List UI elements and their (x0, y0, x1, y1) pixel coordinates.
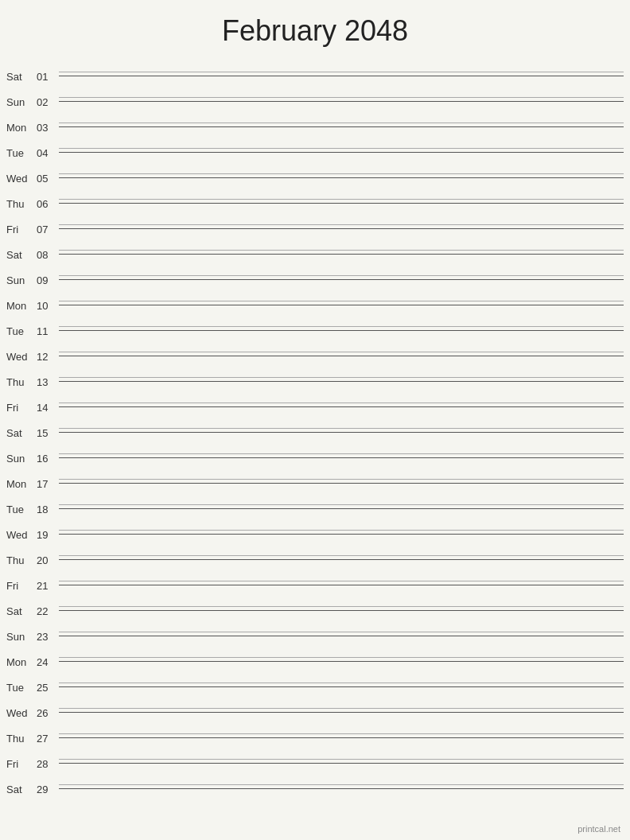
day-line-bottom (59, 330, 624, 331)
page-title: February 2048 (0, 0, 630, 57)
day-row: Fri14 (0, 388, 630, 414)
day-number: 23 (37, 631, 59, 643)
day-line-bottom (59, 585, 624, 585)
day-name: Sun (6, 274, 37, 286)
day-line-top (59, 148, 624, 149)
day-name: Tue (6, 504, 37, 515)
day-number: 10 (37, 300, 59, 312)
day-row: Tue04 (0, 134, 630, 159)
day-line-top (59, 173, 624, 174)
day-line-top (59, 428, 624, 429)
day-line-area (59, 173, 624, 185)
day-line-top (59, 453, 624, 454)
day-row: Fri07 (0, 210, 630, 235)
day-line-area (59, 377, 624, 388)
day-line-top (59, 504, 624, 505)
day-line-bottom (59, 279, 624, 280)
day-line-top (59, 402, 624, 403)
day-line-bottom (59, 559, 624, 560)
day-line-area (59, 657, 624, 668)
day-number: 15 (37, 427, 59, 439)
day-line-area (59, 453, 624, 465)
day-number: 26 (37, 707, 59, 719)
day-name: Wed (6, 351, 37, 363)
day-line-bottom (59, 406, 624, 407)
day-name: Wed (6, 707, 37, 719)
day-number: 17 (37, 478, 59, 490)
day-number: 29 (37, 784, 59, 795)
day-line-area (59, 402, 624, 414)
day-line-area (59, 581, 624, 592)
day-number: 25 (37, 682, 59, 694)
day-line-top (59, 224, 624, 225)
day-line-bottom (59, 126, 624, 127)
day-name: Tue (6, 325, 37, 337)
day-line-bottom (59, 228, 624, 229)
day-row: Sat29 (0, 770, 630, 795)
day-line-top (59, 682, 624, 683)
day-row: Sun09 (0, 261, 630, 286)
day-line-area (59, 784, 624, 795)
day-line-bottom (59, 483, 624, 484)
day-line-area (59, 606, 624, 617)
day-row: Wed19 (0, 515, 630, 541)
day-name: Sun (6, 631, 37, 643)
day-line-bottom (59, 457, 624, 458)
day-line-top (59, 275, 624, 276)
day-number: 01 (37, 71, 59, 83)
day-number: 16 (37, 453, 59, 465)
day-line-area (59, 530, 624, 541)
day-number: 18 (37, 504, 59, 515)
day-row: Sat15 (0, 414, 630, 439)
day-line-top (59, 708, 624, 709)
day-line-bottom (59, 381, 624, 382)
day-row: Wed26 (0, 694, 630, 719)
day-number: 12 (37, 351, 59, 363)
day-line-area (59, 199, 624, 210)
day-name: Thu (6, 376, 37, 388)
day-name: Sat (6, 427, 37, 439)
day-line-top (59, 97, 624, 98)
day-line-bottom (59, 737, 624, 738)
day-line-area (59, 733, 624, 745)
day-number: 22 (37, 605, 59, 617)
day-row: Fri21 (0, 566, 630, 592)
day-row: Wed05 (0, 159, 630, 185)
day-name: Fri (6, 580, 37, 592)
day-line-bottom (59, 432, 624, 433)
day-line-area (59, 97, 624, 108)
day-row: Thu13 (0, 363, 630, 388)
day-name: Tue (6, 682, 37, 694)
day-row: Tue25 (0, 668, 630, 694)
day-row: Sat01 (0, 57, 630, 83)
day-name: Wed (6, 173, 37, 185)
day-line-top (59, 581, 624, 581)
day-line-area (59, 122, 624, 134)
day-number: 20 (37, 554, 59, 566)
day-line-bottom (59, 610, 624, 611)
day-line-top (59, 122, 624, 123)
day-name: Fri (6, 402, 37, 414)
day-number: 02 (37, 96, 59, 108)
day-number: 27 (37, 733, 59, 745)
day-number: 03 (37, 122, 59, 134)
day-name: Tue (6, 147, 37, 159)
day-name: Mon (6, 656, 37, 668)
day-number: 05 (37, 173, 59, 185)
day-line-top (59, 326, 624, 327)
day-name: Mon (6, 122, 37, 134)
day-number: 09 (37, 274, 59, 286)
day-line-bottom (59, 534, 624, 535)
day-name: Mon (6, 300, 37, 312)
day-line-bottom (59, 101, 624, 102)
day-number: 13 (37, 376, 59, 388)
day-line-bottom (59, 788, 624, 789)
day-row: Sun02 (0, 83, 630, 108)
calendar-container: Sat01Sun02Mon03Tue04Wed05Thu06Fri07Sat08… (0, 57, 630, 795)
day-line-bottom (59, 763, 624, 764)
day-row: Mon24 (0, 643, 630, 668)
day-name: Thu (6, 554, 37, 566)
day-line-top (59, 72, 624, 72)
day-line-top (59, 479, 624, 480)
day-line-area (59, 479, 624, 490)
